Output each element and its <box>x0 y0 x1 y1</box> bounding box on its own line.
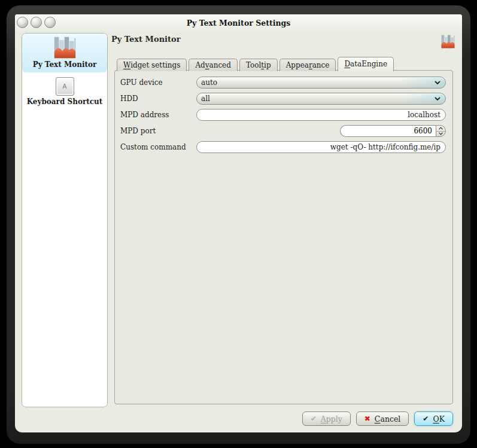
tab-label: v <box>205 61 209 69</box>
apply-button-label: pply <box>326 415 342 423</box>
text-monitor-chart-icon-small <box>441 35 455 48</box>
tab-dataengine[interactable]: DataEngine <box>338 57 394 71</box>
tab-label: D <box>344 60 350 68</box>
spin-up-button[interactable] <box>436 126 445 132</box>
tab-label: ip <box>264 61 271 69</box>
x-icon: ✖ <box>364 415 370 423</box>
chevron-down-icon <box>435 81 440 85</box>
gpu-device-label: GPU device <box>120 78 196 87</box>
form-row-mpd-port: MPD port <box>120 125 446 137</box>
mpd-port-input[interactable] <box>340 125 436 137</box>
tab-widget-settings[interactable]: Widget settings <box>117 59 187 71</box>
tab-label: Ad <box>195 61 205 69</box>
sidebar-item-label: Keyboard Shortcut <box>22 97 107 106</box>
apply-button[interactable]: ✔ Apply <box>302 412 351 426</box>
tab-label: ataEngine <box>350 60 387 68</box>
tab-bar: Widget settings Advanced Tooltip Appeara… <box>117 57 396 71</box>
tab-label: idget settings <box>130 61 180 69</box>
ok-button-label: O <box>433 415 439 423</box>
mpd-address-label: MPD address <box>120 111 196 119</box>
sidebar: Py Text Monitor A Keyboard Shortcut <box>22 33 108 407</box>
mpd-address-input[interactable] <box>196 109 446 121</box>
tab-advanced[interactable]: Advanced <box>189 59 238 71</box>
chevron-down-icon <box>439 132 443 135</box>
ok-button[interactable]: ✔ OK <box>414 412 453 426</box>
settings-dialog: Py Text Monitor Settings <box>15 14 462 432</box>
tab-tooltip[interactable]: Tooltip <box>239 59 278 71</box>
dialog-button-row: ✔ Apply ✖ Cancel ✔ OK <box>15 412 453 426</box>
cancel-button-label: C <box>375 415 381 423</box>
chevron-down-icon <box>435 97 440 101</box>
window-title: Py Text Monitor Settings <box>15 19 462 28</box>
spin-buttons <box>436 125 446 137</box>
page-title: Py Text Monitor <box>111 35 181 44</box>
check-icon: ✔ <box>423 415 429 423</box>
form-row-gpu: GPU device auto <box>120 77 446 89</box>
custom-command-label: Custom command <box>120 143 196 151</box>
hdd-label: HDD <box>120 95 196 103</box>
hdd-dropdown[interactable]: all <box>196 93 446 105</box>
sidebar-item-keyboard-shortcut[interactable]: A Keyboard Shortcut <box>22 72 107 109</box>
mpd-port-spinner <box>340 125 446 137</box>
form-row-custom-command: Custom command <box>120 141 446 153</box>
tab-label: W <box>123 61 130 69</box>
tab-label: ance <box>312 61 330 69</box>
sidebar-item-label: Py Text Monitor <box>22 60 107 69</box>
spin-down-button[interactable] <box>436 132 445 137</box>
tab-appearance[interactable]: Appearance <box>279 59 336 71</box>
tab-label: Tool <box>246 61 261 69</box>
check-icon: ✔ <box>311 415 317 423</box>
tab-label: Appea <box>286 61 309 69</box>
keyboard-key-icon: A <box>56 77 74 96</box>
custom-command-input[interactable] <box>196 141 446 153</box>
sidebar-item-py-text-monitor[interactable]: Py Text Monitor <box>22 33 107 72</box>
chevron-up-icon <box>439 127 443 130</box>
text-monitor-chart-icon <box>54 36 76 59</box>
ok-button-label: K <box>439 415 445 423</box>
mpd-port-label: MPD port <box>120 127 196 135</box>
gpu-device-dropdown[interactable]: auto <box>196 77 446 89</box>
dataengine-tab-panel: GPU device auto HDD all <box>114 70 453 404</box>
cancel-button-label: ancel <box>380 415 400 423</box>
hdd-value: all <box>201 95 210 103</box>
form-row-mpd-address: MPD address <box>120 109 446 121</box>
cancel-button[interactable]: ✖ Cancel <box>356 412 409 426</box>
form-row-hdd: HDD all <box>120 93 446 105</box>
apply-button-label: A <box>321 415 326 423</box>
tab-label: anced <box>209 61 231 69</box>
titlebar[interactable]: Py Text Monitor Settings <box>15 14 462 32</box>
gpu-device-value: auto <box>201 78 217 87</box>
